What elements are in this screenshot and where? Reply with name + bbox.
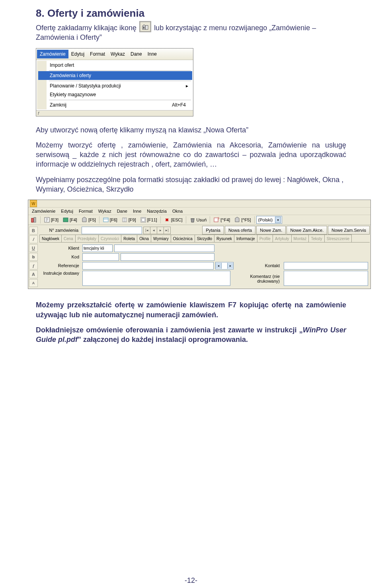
tab-czynnosci[interactable]: Czynności xyxy=(98,235,121,242)
menu-format[interactable]: Format xyxy=(87,50,108,58)
window-status-edge: f xyxy=(36,110,193,116)
tb-f5[interactable]: [F5] xyxy=(80,215,97,224)
menuitem-import-ofert[interactable]: Import ofert xyxy=(37,61,192,70)
rail-bold[interactable]: B xyxy=(29,227,38,235)
tab-naglowek[interactable]: Nagłówek xyxy=(39,235,62,242)
tb-f9[interactable]: [F9] xyxy=(120,215,138,224)
tb-lang-combo[interactable]: (Polski) ▼ xyxy=(256,216,283,224)
tb-ctrl-f4[interactable]: [^F4] xyxy=(212,215,232,224)
offers-icon xyxy=(139,21,151,32)
menuitem-zamowienia-oferty[interactable]: Zamówienia i oferty xyxy=(37,71,192,80)
label-komentarz: Komentarz (nie drukowany) xyxy=(232,274,282,283)
app-logo-icon: W xyxy=(30,200,37,207)
menuitem-etykiety[interactable]: Etykiety magazynowe xyxy=(37,90,192,99)
input-klient-hint[interactable]: tencjalny kli xyxy=(82,245,113,252)
nav-last-icon[interactable]: ▸| xyxy=(164,227,171,234)
label-klient: Klient xyxy=(41,246,81,250)
tb-f6[interactable]: [F6] xyxy=(101,215,119,224)
btn-nowe-zam-servis[interactable]: Nowe Zam.Servis xyxy=(328,226,370,235)
input-kod2[interactable] xyxy=(121,253,214,261)
referencje-scroll[interactable]: ◂ ▸ xyxy=(215,262,234,270)
tab-montaz[interactable]: Montaż xyxy=(291,235,309,242)
tab-okna[interactable]: Okna xyxy=(137,235,151,242)
nav-next-icon[interactable]: ▸ xyxy=(157,227,164,234)
menu-zamowienie[interactable]: Zamówienie xyxy=(37,50,68,58)
scroll-right-icon[interactable]: ▸ xyxy=(227,263,233,269)
btn-nowe-zam[interactable]: Nowe Zam. xyxy=(256,226,286,235)
input-komentarz[interactable] xyxy=(284,271,368,286)
tb-label: [ESC] xyxy=(171,217,183,222)
tb-ctrl-f5[interactable]: [^F5] xyxy=(232,215,252,224)
tab-profile[interactable]: Profile xyxy=(257,235,273,242)
svg-rect-2 xyxy=(143,27,144,29)
rail-font-inc[interactable]: A xyxy=(29,270,38,278)
tb-f3[interactable]: [F3] xyxy=(42,215,60,224)
tab-rysunek[interactable]: Rysunek xyxy=(214,235,234,242)
menubar: Zamówienie Edytuj Format Wykaz Dane Inne xyxy=(36,49,193,60)
svg-rect-1 xyxy=(146,25,148,29)
tb-f4[interactable]: [F4] xyxy=(61,215,79,224)
nav-prev-icon[interactable]: ◂ xyxy=(150,227,157,234)
tb-building-icon[interactable] xyxy=(29,215,39,224)
svg-rect-3 xyxy=(31,218,33,222)
scroll-left-icon[interactable]: ◂ xyxy=(216,263,222,269)
tab-informacje[interactable]: Informacje xyxy=(234,235,257,242)
menuitem-label: Zamówienia i oferty xyxy=(47,73,190,78)
tb-usun[interactable]: Usuń xyxy=(188,215,209,224)
tb-esc[interactable]: ✖[ESC] xyxy=(162,215,184,224)
tab-przedplaty[interactable]: Przedpłaty xyxy=(75,235,99,242)
menu-dane[interactable]: Dane xyxy=(128,50,145,58)
tab-skrzydlo[interactable]: Skrzydło xyxy=(195,235,214,242)
btn-nowa-oferta[interactable]: Nowa oferta xyxy=(225,226,255,235)
app-menu-okna[interactable]: Okna xyxy=(170,209,185,213)
row-kod: Kod xyxy=(41,252,368,261)
tb-f11[interactable]: [F11] xyxy=(138,215,159,224)
app-menu-dane[interactable]: Dane xyxy=(114,209,130,213)
para6-text-b: ” załączonej do każdej instalacji oprogr… xyxy=(78,336,248,343)
app-menu-narzedzia[interactable]: Narzędzia xyxy=(144,209,170,213)
tab-streszczenie[interactable]: Streszczenie xyxy=(324,235,352,242)
input-kod[interactable] xyxy=(82,253,119,261)
nav-first-icon[interactable]: |◂ xyxy=(143,227,150,234)
tb-label: [F3] xyxy=(51,217,58,222)
btn-nowe-zam-akce[interactable]: Nowe Zam.Akce. xyxy=(286,226,327,235)
rail-strike[interactable]: b xyxy=(29,253,38,261)
rail-underline[interactable]: U xyxy=(29,244,38,252)
svg-rect-4 xyxy=(34,217,36,222)
tab-wymiary[interactable]: Wymiary xyxy=(151,235,171,242)
tab-oscieznica[interactable]: Ościeżnica xyxy=(171,235,195,242)
input-referencje[interactable] xyxy=(82,262,214,270)
menu-wykaz[interactable]: Wykaz xyxy=(108,50,128,58)
menuitem-planowanie[interactable]: Planowanie / Statystyka produkcji ▸ xyxy=(37,82,192,90)
app-menu-edytuj[interactable]: Edytuj xyxy=(58,209,76,213)
tb-label: [F6] xyxy=(110,217,117,222)
chevron-down-icon: ▼ xyxy=(275,217,281,223)
rail-font[interactable]: f xyxy=(29,262,38,270)
rail-font-dec[interactable]: A xyxy=(29,279,38,287)
input-klient[interactable] xyxy=(114,245,214,252)
app-menu-zamowienie[interactable]: Zamówienie xyxy=(29,209,58,213)
app-menu-inne[interactable]: Inne xyxy=(130,209,144,213)
order-number-label: N° zamówienia xyxy=(39,228,80,233)
order-nav: |◂ ◂ ▸ ▸| xyxy=(144,227,171,234)
order-number-input[interactable] xyxy=(82,227,142,234)
input-instrukcje[interactable] xyxy=(82,271,230,286)
btn-pytania[interactable]: Pytania xyxy=(202,226,224,235)
tab-cena[interactable]: Cena xyxy=(61,235,76,242)
tab-teksty[interactable]: Teksty xyxy=(308,235,324,242)
page-number: -12- xyxy=(0,576,382,585)
menu-edytuj[interactable]: Edytuj xyxy=(68,50,87,58)
menuitem-label: Zamknij xyxy=(47,102,172,108)
tab-artykuly[interactable]: Artykuły xyxy=(273,235,292,242)
app-menu-format[interactable]: Format xyxy=(76,209,96,213)
menu-inne[interactable]: Inne xyxy=(145,50,160,58)
rail-italic[interactable]: / xyxy=(29,235,38,243)
app-menu-wykaz[interactable]: Wykaz xyxy=(96,209,114,213)
order-number-row: N° zamówienia |◂ ◂ ▸ ▸| Pytania Nowa ofe… xyxy=(39,226,370,235)
tab-roleta[interactable]: Roleta xyxy=(121,235,137,242)
menuitem-zamknij[interactable]: Zamknij Alt+F4 xyxy=(37,101,192,109)
row-klient: Klient tencjalny kli xyxy=(41,244,368,252)
input-kontakt[interactable] xyxy=(284,262,368,270)
dropdown-menu: Import ofert Zamówienia i oferty Planowa… xyxy=(36,60,193,110)
menuitem-label: Planowanie / Statystyka produkcji xyxy=(47,83,184,89)
